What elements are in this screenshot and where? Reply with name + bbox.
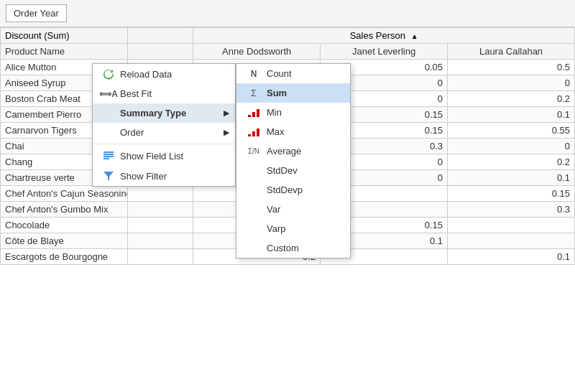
callahan-data-cell: 0.2 [448,91,575,107]
menu-item-show-filter[interactable]: Show Filter [93,166,235,186]
svg-rect-8 [248,134,251,136]
order-arrow-icon: ▶ [224,128,229,137]
svg-rect-2 [104,156,114,157]
order-year-box[interactable]: Order Year [6,4,67,22]
svg-rect-10 [257,129,259,136]
submenu-max-label: Max [267,126,285,137]
svg-rect-1 [104,154,114,155]
sort-arrow-icon: ▲ [411,32,418,40]
sum-icon: Σ [245,88,262,98]
submenu-sum-label: Sum [267,88,287,98]
callahan-data-cell: 0.15 [448,186,575,202]
callahan-data-cell [448,218,575,233]
callahan-data-cell [448,233,575,249]
callahan-data-cell: 0.5 [448,60,575,75]
row-label-cell: Chocolade [1,218,128,233]
menu-summary-type-label: Summary Type [120,108,186,118]
menu-divider [93,144,235,144]
filter-icon [101,170,116,182]
submenu-item-count[interactable]: N Count [236,64,350,83]
row-label-cell: Chef Anton's Cajun Seasoning [1,186,128,202]
callahan-data-cell: 0 [448,139,575,154]
callahan-data-cell: 0.1 [448,249,575,265]
col-header-empty [127,28,193,44]
callahan-data-cell: 0.55 [448,123,575,139]
menu-show-filter-label: Show Filter [120,171,167,182]
svg-rect-0 [104,151,114,153]
anne-col-cell [127,249,193,265]
menu-reload-label: Reload Data [120,69,172,80]
submenu-min-label: Min [267,107,282,118]
svg-rect-3 [104,158,109,159]
submenu-item-varp[interactable]: Varp [236,219,350,238]
svg-rect-5 [248,115,251,117]
pivot-container: Order Year Discount (Sum) Sales Person ▲… [0,0,575,392]
menu-item-summary-type[interactable]: Summary Type ▶ [93,103,235,123]
submenu-item-var[interactable]: Var [236,200,350,219]
menu-item-reload[interactable]: Reload Data [93,64,235,84]
svg-marker-4 [104,172,114,180]
row-label-cell: Côte de Blaye [1,233,128,249]
submenu-stddevp-label: StdDevp [267,185,303,195]
anne-col-cell [127,233,193,249]
sales-person-header: Sales Person ▲ [193,28,575,44]
submenu-item-sum[interactable]: Σ Sum [236,83,350,103]
best-fit-icon: ⟺A [101,89,116,99]
menu-order-label: Order [120,127,144,138]
min-icon [245,108,262,118]
col-header-blank [127,44,193,60]
menu-best-fit-label: Best Fit [120,88,152,99]
submenu-item-stddevp[interactable]: StdDevp [236,180,350,200]
header-row: Order Year [0,0,575,27]
row-label-cell: Chef Anton's Gumbo Mix [1,202,128,218]
menu-show-field-list-label: Show Field List [120,151,183,162]
submenu-var-label: Var [267,204,280,215]
submenu-item-max[interactable]: Max [236,122,350,141]
submenu-stddev-label: StdDev [267,165,298,176]
submenu: N Count Σ Sum Min [236,63,351,258]
svg-rect-6 [252,112,255,117]
menu-item-order[interactable]: Order ▶ [93,123,235,142]
anne-col-cell [127,218,193,233]
context-menu: Reload Data ⟺A Best Fit Summary Type ▶ O… [92,63,236,187]
menu-item-best-fit[interactable]: ⟺A Best Fit [93,84,235,103]
callahan-data-cell: 0.1 [448,170,575,186]
submenu-item-stddev[interactable]: StdDev [236,161,350,180]
anne-col-cell [127,202,193,218]
discount-header: Discount (Sum) [1,28,128,44]
submenu-item-min[interactable]: Min [236,103,350,122]
anne-dodsworth-header: Anne Dodsworth [193,44,321,60]
average-icon: Σ/N [245,147,262,155]
max-icon [245,127,262,137]
laura-callahan-header: Laura Callahan [448,44,575,60]
menu-item-show-field-list[interactable]: Show Field List [93,146,235,166]
submenu-average-label: Average [267,146,301,157]
submenu-item-average[interactable]: Σ/N Average [236,141,350,161]
svg-rect-7 [257,109,259,117]
callahan-data-cell: 0.3 [448,202,575,218]
count-icon: N [245,69,262,79]
svg-rect-9 [252,131,255,136]
reload-icon [101,68,116,80]
submenu-custom-label: Custom [267,243,299,253]
row-label-cell: Escargots de Bourgogne [1,249,128,265]
janet-leverling-header: Janet Leverling [321,44,448,60]
callahan-data-cell: 0 [448,75,575,91]
anne-col-cell [127,186,193,202]
callahan-data-cell: 0.2 [448,154,575,170]
submenu-varp-label: Varp [267,223,286,234]
submenu-arrow-icon: ▶ [224,108,229,118]
submenu-count-label: Count [267,68,292,79]
product-name-header: Product Name [1,44,128,60]
field-list-icon [101,150,116,162]
submenu-item-custom[interactable]: Custom [236,238,350,258]
callahan-data-cell: 0.1 [448,107,575,123]
